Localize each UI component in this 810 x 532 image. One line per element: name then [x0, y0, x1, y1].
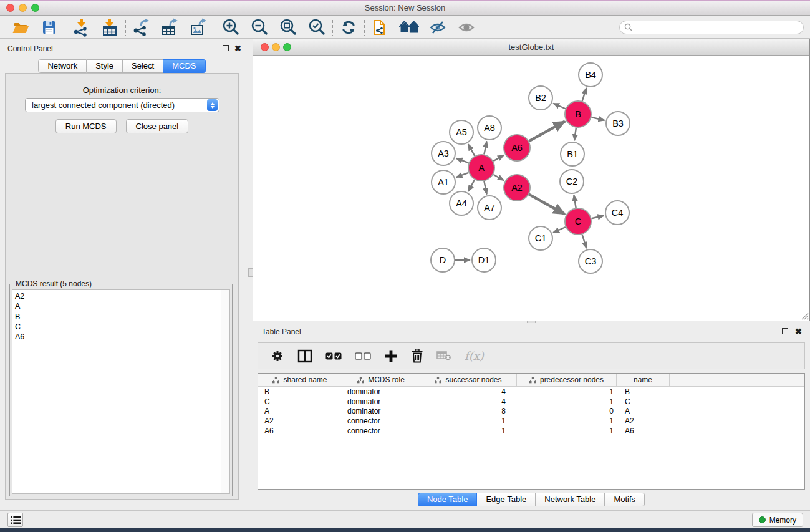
table-tab-edge-table[interactable]: Edge Table — [477, 493, 536, 506]
zoom-out-button[interactable] — [249, 18, 269, 37]
run-mcds-button[interactable]: Run MCDS — [55, 119, 117, 133]
create-column-button[interactable] — [384, 349, 398, 363]
graph-edge-C-C1[interactable] — [553, 227, 566, 233]
zoom-in-button[interactable] — [221, 18, 241, 37]
table-tab-motifs[interactable]: Motifs — [605, 493, 645, 506]
graph-node-C1[interactable]: C1 — [529, 226, 552, 250]
hide-selected-button[interactable] — [428, 18, 448, 37]
column-header-predecessor-nodes[interactable]: predecessor nodes — [517, 374, 617, 386]
graph-node-A8[interactable]: A8 — [478, 116, 501, 140]
graph-edge-A-A5[interactable] — [468, 144, 475, 156]
select-all-columns-button[interactable] — [325, 352, 342, 360]
export-table-button[interactable] — [160, 18, 180, 37]
graph-node-A7[interactable]: A7 — [478, 196, 501, 220]
graph-edge-A-A2[interactable] — [493, 175, 504, 180]
graph-node-B4[interactable]: B4 — [579, 63, 602, 87]
graph-node-A2[interactable]: A2 — [504, 175, 530, 201]
search-field[interactable] — [619, 21, 804, 34]
graph-node-D1[interactable]: D1 — [472, 248, 496, 272]
mcds-result-item[interactable]: A2 — [12, 291, 229, 301]
close-panel-button[interactable]: Close panel — [126, 119, 189, 133]
graph-node-C4[interactable]: C4 — [605, 201, 629, 225]
graph-node-B[interactable]: B — [565, 101, 591, 127]
table-tab-network-table[interactable]: Network Table — [536, 493, 605, 506]
export-network-button[interactable] — [132, 18, 152, 37]
mcds-result-item[interactable]: C — [12, 322, 229, 332]
graph-node-D[interactable]: D — [431, 248, 455, 272]
column-header-shared-name[interactable]: shared name — [258, 374, 342, 386]
tab-select[interactable]: Select — [123, 59, 163, 73]
graph-edge-A-A6[interactable] — [493, 155, 504, 161]
graph-node-B2[interactable]: B2 — [529, 86, 552, 110]
table-settings-button[interactable] — [271, 349, 284, 363]
column-header-successor-nodes[interactable]: successor nodes — [420, 374, 517, 386]
graph-node-A3[interactable]: A3 — [432, 142, 455, 165]
graph-edge-A-A8[interactable] — [484, 142, 486, 155]
graph-edge-A-A4[interactable] — [468, 180, 475, 191]
mcds-result-item[interactable]: B — [12, 312, 229, 322]
save-session-button[interactable] — [39, 18, 59, 37]
table-row[interactable]: Adominator80A — [258, 407, 804, 417]
optimization-dropdown[interactable]: largest connected component (directed) — [25, 98, 219, 112]
delete-table-button[interactable] — [436, 351, 451, 360]
table-close-icon[interactable]: ✖ — [795, 329, 802, 335]
import-table-button[interactable] — [100, 18, 120, 37]
network-from-selection-button[interactable] — [370, 18, 390, 37]
graph-edge-A2-C[interactable] — [529, 195, 565, 215]
tab-network[interactable]: Network — [38, 59, 87, 73]
table-row[interactable]: A6connector11A6 — [258, 426, 804, 436]
show-all-button[interactable] — [456, 18, 476, 37]
network-canvas[interactable]: B4B2BB3A8A5A6A3B1AA1C2A2A4A7C4CC1C3DD1 — [253, 56, 809, 321]
mcds-result-item[interactable]: A — [12, 301, 229, 311]
open-file-button[interactable] — [11, 18, 31, 37]
delete-column-button[interactable] — [411, 349, 423, 363]
close-panel-icon[interactable]: ✖ — [234, 46, 241, 52]
table-row[interactable]: A2connector11A2 — [258, 416, 804, 426]
houses-button[interactable] — [399, 18, 419, 37]
graph-node-C2[interactable]: C2 — [560, 170, 584, 193]
mcds-result-list[interactable]: A2ABCA6 — [12, 289, 230, 494]
split-columns-button[interactable] — [297, 349, 312, 363]
graph-edge-C-C3[interactable] — [582, 235, 587, 248]
float-panel-icon[interactable] — [223, 45, 229, 51]
graph-edge-A6-B[interactable] — [529, 122, 565, 142]
deselect-all-columns-button[interactable] — [355, 352, 371, 360]
graph-edge-A-A1[interactable] — [456, 173, 469, 177]
graph-node-A1[interactable]: A1 — [432, 170, 455, 194]
graph-edge-B-B3[interactable] — [591, 117, 604, 120]
search-input[interactable] — [635, 23, 791, 32]
graph-node-A6[interactable]: A6 — [504, 135, 530, 161]
import-network-button[interactable] — [71, 18, 91, 37]
function-builder-button[interactable]: f(x) — [465, 349, 484, 362]
tab-style[interactable]: Style — [87, 59, 123, 73]
memory-button[interactable]: Memory — [752, 513, 803, 527]
graph-node-A[interactable]: A — [468, 155, 494, 181]
table-tab-node-table[interactable]: Node Table — [418, 493, 478, 506]
refresh-layout-button[interactable] — [339, 18, 359, 37]
graph-edge-A-A7[interactable] — [484, 181, 486, 195]
network-window-titlebar[interactable]: testGlobe.txt — [253, 39, 809, 56]
column-header-name[interactable]: name — [617, 374, 670, 386]
table-row[interactable]: Bdominator41B — [258, 387, 804, 397]
graph-node-C[interactable]: C — [565, 208, 591, 235]
graph-edge-A-A3[interactable] — [456, 158, 469, 163]
graph-node-B1[interactable]: B1 — [561, 142, 584, 166]
graph-edge-B-B1[interactable] — [574, 128, 576, 140]
graph-edge-C-C2[interactable] — [574, 195, 576, 208]
graph-node-A4[interactable]: A4 — [450, 191, 473, 215]
graph-node-A5[interactable]: A5 — [450, 120, 473, 144]
resize-grip-icon[interactable] — [800, 311, 809, 320]
scrollbar-track[interactable] — [221, 290, 229, 493]
mcds-result-item[interactable]: A6 — [12, 332, 229, 342]
graph-edge-B-B2[interactable] — [553, 104, 566, 109]
table-float-icon[interactable] — [782, 328, 788, 334]
export-image-button[interactable] — [189, 18, 209, 37]
graph-edge-B-B4[interactable] — [582, 88, 587, 101]
zoom-selected-button[interactable] — [307, 18, 327, 37]
zoom-fit-button[interactable] — [278, 18, 298, 37]
graph-node-B3[interactable]: B3 — [606, 112, 630, 135]
table-row[interactable]: Cdominator41C — [258, 397, 804, 407]
graph-node-C3[interactable]: C3 — [579, 249, 602, 273]
tab-mcds[interactable]: MCDS — [163, 59, 205, 73]
column-header-MCDS-role[interactable]: MCDS role — [342, 374, 420, 386]
